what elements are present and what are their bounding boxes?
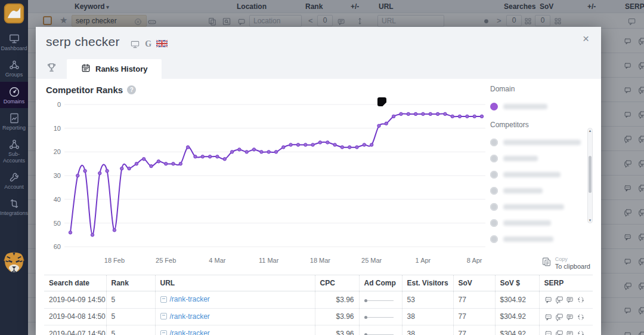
sidebar-item-label: Groups — [0, 72, 28, 78]
blurred-competitor-name — [503, 236, 553, 242]
tab-competitors-trophy[interactable] — [36, 59, 67, 79]
url-link[interactable]: /rank-tracker — [160, 329, 210, 335]
sidebar-item-integrations[interactable]: Integrations — [0, 193, 28, 220]
svg-text:50: 50 — [54, 220, 61, 227]
competitors-scrollbar[interactable]: ▲ ▼ — [587, 128, 593, 223]
competitor-ranks-chart: 010203040506018 Feb25 Feb4 Mar11 Mar18 M… — [43, 96, 496, 273]
table-header-cpc: CPC — [315, 275, 359, 291]
dashboard-icon — [8, 33, 20, 45]
competitor-color-dot — [490, 139, 498, 146]
svg-text:40: 40 — [54, 196, 61, 203]
table-header-sov: SoV $ — [495, 275, 539, 291]
close-icon[interactable]: × — [583, 33, 589, 44]
modal-header: serp checker G × Ranks History — [36, 27, 601, 79]
cell-ad-comp — [359, 291, 402, 309]
legend-domain-label: Domain — [490, 85, 596, 93]
blurred-domain-name — [503, 104, 547, 109]
serp-notes-icon[interactable] — [566, 295, 574, 304]
blurred-competitor-name — [503, 156, 538, 161]
svg-text:60: 60 — [54, 243, 61, 250]
sidebar-item-label: Domains — [0, 99, 28, 105]
competitor-color-dot — [490, 219, 498, 227]
competitor-color-dot — [490, 187, 498, 195]
ad-comp-bar — [364, 316, 394, 319]
serp-compare-icon[interactable] — [555, 312, 564, 321]
scroll-down-icon[interactable]: ▼ — [588, 219, 592, 222]
table-header-sov: SoV — [453, 275, 495, 291]
cell-sov-usd: $304.92 — [495, 291, 539, 309]
serp-notes-icon[interactable] — [566, 329, 574, 335]
clipboard-icon — [541, 257, 552, 269]
cell-serp — [539, 325, 593, 335]
svg-text:18 Feb: 18 Feb — [104, 257, 125, 264]
ad-comp-track — [367, 300, 394, 301]
tab-ranks-history-label: Ranks History — [95, 64, 147, 73]
cell-search-date: 2019-04-07 14:50 — [44, 325, 106, 335]
svg-text:4 Mar: 4 Mar — [209, 257, 225, 264]
sidebar-item-sub-accounts[interactable]: Sub- Accounts — [0, 134, 28, 167]
competitor-legend-item[interactable] — [490, 231, 596, 247]
help-icon[interactable]: ? — [127, 85, 136, 94]
table-header-row: Search dateRankURLCPCAd CompEst. Visitor… — [44, 275, 593, 291]
sidebar-item-label: Account — [0, 184, 28, 190]
serp-refresh-icon[interactable] — [577, 295, 585, 304]
svg-text:0: 0 — [57, 101, 61, 108]
serp-refresh-icon[interactable] — [577, 312, 585, 321]
competitor-legend-item[interactable] — [490, 183, 596, 199]
competitor-legend-item[interactable] — [490, 150, 596, 167]
section-title: Competitor Ranks — [46, 85, 123, 95]
competitor-legend-item[interactable] — [490, 134, 596, 150]
sidebar-item-dashboard[interactable]: Dashboard — [0, 29, 28, 55]
serp-snapshot-icon[interactable] — [544, 312, 553, 321]
table-header-ad-comp: Ad Comp — [359, 275, 402, 291]
copy-label: To clipboard — [555, 263, 590, 271]
cell-rank: 5 — [106, 325, 155, 335]
serp-snapshot-icon[interactable] — [544, 329, 553, 335]
serp-notes-icon[interactable] — [566, 312, 574, 321]
sub-accounts-icon — [8, 139, 20, 150]
copy-to-clipboard-button[interactable]: Copy To clipboard — [541, 256, 590, 271]
competitors-list — [490, 134, 596, 247]
blurred-competitor-name — [503, 204, 564, 210]
table-row: 2019-04-08 14:505/rank-tracker$3.963877$… — [44, 308, 593, 325]
mouse-cursor — [377, 97, 387, 107]
cell-est-visitors: 38 — [402, 308, 453, 325]
tab-ranks-history[interactable]: Ranks History — [67, 59, 162, 79]
trophy-icon — [46, 62, 57, 76]
cell-ad-comp — [359, 308, 402, 325]
sidebar-item-domains[interactable]: Domains — [0, 82, 28, 108]
serp-compare-icon[interactable] — [555, 295, 564, 304]
table-row: 2019-04-07 14:505/rank-tracker$3.963877$… — [44, 325, 593, 335]
scrollbar-thumb[interactable] — [589, 156, 592, 193]
sidebar-item-account[interactable]: Account — [0, 167, 28, 193]
url-link[interactable]: /rank-tracker — [160, 312, 210, 321]
url-link[interactable]: /rank-tracker — [160, 295, 210, 303]
sidebar-item-label: Dashboard — [0, 45, 28, 51]
table-header-est-visitors: Est. Visitors — [402, 275, 453, 291]
serp-compare-icon[interactable] — [555, 329, 564, 335]
competitor-legend-item[interactable] — [490, 167, 596, 183]
scroll-up-icon[interactable]: ▲ — [588, 129, 592, 133]
modal-tabbar: Ranks History — [36, 59, 162, 79]
sidebar-item-reporting[interactable]: Reporting — [0, 108, 28, 134]
competitor-legend-item[interactable] — [490, 215, 596, 231]
cell-serp — [539, 291, 593, 309]
keyword-detail-modal: serp checker G × Ranks History Competito… — [36, 27, 601, 335]
serp-refresh-icon[interactable] — [577, 329, 585, 335]
serp-actions — [544, 312, 589, 321]
serpwatcher-logo[interactable] — [4, 3, 24, 24]
svg-text:25 Mar: 25 Mar — [361, 257, 382, 264]
serp-snapshot-icon[interactable] — [544, 295, 553, 304]
sidebar-item-groups[interactable]: Groups — [0, 55, 28, 81]
svg-text:11 Mar: 11 Mar — [259, 257, 279, 264]
legend-competitors-label: Competitors — [490, 121, 596, 129]
sidebar-item-label: Sub- Accounts — [0, 151, 28, 164]
blurred-competitor-name — [503, 220, 551, 226]
url-link-label: /rank-tracker — [170, 312, 210, 321]
chart-legend: Domain Competitors ▲ ▼ — [490, 85, 596, 247]
legend-domain-item[interactable] — [490, 99, 596, 115]
cell-serp — [539, 308, 593, 325]
domains-icon — [8, 86, 20, 98]
competitor-legend-item[interactable] — [490, 199, 596, 215]
browser-icon — [160, 330, 167, 335]
